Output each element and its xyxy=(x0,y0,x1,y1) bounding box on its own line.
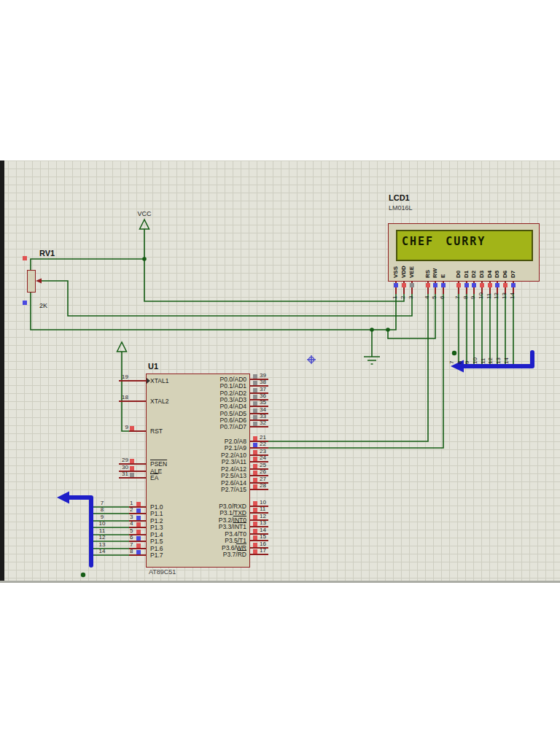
mcu-pin-number: 4 xyxy=(130,521,136,527)
mcu-pin-state xyxy=(253,501,257,506)
lcd-pin-name: D3 xyxy=(479,271,485,278)
pin-label-overline: RD xyxy=(238,551,246,558)
mcu-pin-name: P0.4/AD4 xyxy=(175,403,246,410)
mcu-pin-number: 37 xyxy=(260,387,266,392)
mcu-pin-name: P0.7/AD7 xyxy=(175,424,246,430)
mcu-pin-name: P3.3/INT1 xyxy=(175,524,246,530)
pin-label-text: P3.5/T1 xyxy=(225,537,246,544)
mcu-pin-state xyxy=(253,457,257,461)
mcu-pin-number: 33 xyxy=(260,414,266,419)
mcu-pin-number: 12 xyxy=(260,514,266,519)
mcu-pin-name: P1.3 xyxy=(150,525,163,531)
lcd-pin-state xyxy=(402,283,406,287)
pin-label-text: P3.3/ xyxy=(219,523,233,530)
mcu-pin-number: 31 xyxy=(109,471,128,477)
pin-label-text: P2.1/A9 xyxy=(225,444,246,452)
mcu-ref-label: U1 xyxy=(148,362,158,371)
lcd-pin-state xyxy=(433,283,438,287)
mcu-pin-state xyxy=(253,529,257,533)
pot-body[interactable] xyxy=(27,270,36,293)
pin-label-text: RST xyxy=(150,427,163,435)
pin-label-text: P2.5/A13 xyxy=(221,472,246,479)
lcd-ref-label: LCD1 xyxy=(389,193,410,202)
bus-arrow-icon xyxy=(57,492,69,504)
mcu-pin-state xyxy=(136,502,141,506)
wiring-overlay xyxy=(0,0,560,747)
mcu-pin-state xyxy=(253,543,257,547)
mcu-pin-state xyxy=(253,374,257,379)
pin-label-text: XTAL1 xyxy=(150,377,168,384)
wires-lcd-data[interactable] xyxy=(459,294,513,365)
mcu-pin-state xyxy=(136,522,141,527)
vcc-power-arrow-icon[interactable] xyxy=(140,220,149,229)
net-label: 9 xyxy=(95,514,109,520)
rst-power-arrow-icon[interactable] xyxy=(117,342,127,352)
lcd-pin-number: 3 xyxy=(408,296,414,299)
pin-label-text: P0.1/AD1 xyxy=(220,382,246,390)
mcu-pin-name: P3.5/T1 xyxy=(175,538,246,544)
mcu-pin-state xyxy=(136,530,141,534)
mcu-pin-stub xyxy=(250,426,268,427)
origin-marker-cross xyxy=(307,355,316,364)
lcd-pin-number: 11 xyxy=(486,293,492,299)
mcu-pin-state xyxy=(253,549,257,554)
mcu-pin-state xyxy=(253,508,257,512)
mcu-pin-number: 26 xyxy=(260,469,266,475)
mcu-pin-stub xyxy=(119,400,146,402)
mcu-pin-name: P2.1/A9 xyxy=(175,445,246,452)
mcu-pin-number: 2 xyxy=(130,507,136,513)
mcu-pin-state xyxy=(253,443,257,447)
net-label: 10 xyxy=(472,357,478,364)
mcu-pin-number: 3 xyxy=(130,514,136,520)
pot-pin-state xyxy=(23,256,27,260)
wire-p21-to-e[interactable] xyxy=(268,294,443,448)
bus-port1[interactable] xyxy=(68,498,91,565)
lcd-pin-state xyxy=(456,283,461,287)
pin-label-text: P0.4/AD4 xyxy=(220,403,246,410)
mcu-pin-state xyxy=(136,516,141,520)
pin-label-text: P2.7/A15 xyxy=(221,486,246,493)
mcu-pin-number: 8 xyxy=(130,549,136,554)
mcu-pin-stub xyxy=(129,430,146,432)
pin-label-text: P1.1 xyxy=(150,510,163,517)
mcu-pin-state xyxy=(253,471,257,475)
mcu-pin-state xyxy=(253,436,257,441)
wire-pot-top-to-vcc[interactable] xyxy=(31,259,144,270)
mcu-pin-name: P0.1/AD1 xyxy=(175,383,246,390)
lcd-pin-state xyxy=(472,283,476,287)
lcd-pin-number: 7 xyxy=(455,296,461,299)
mcu-pin-number: 30 xyxy=(109,465,128,471)
lcd-pin-number: 2 xyxy=(400,296,406,299)
net-label: 14 xyxy=(95,549,109,554)
junction-dot xyxy=(386,328,390,332)
net-label: 12 xyxy=(95,535,109,541)
lcd-pin-name: RS xyxy=(425,270,431,278)
ground-symbol-icon[interactable] xyxy=(364,357,380,364)
mcu-pin-number: 32 xyxy=(260,420,266,426)
net-label: 12 xyxy=(488,357,494,364)
mcu-pin-stub xyxy=(250,489,268,490)
lcd-pin-state xyxy=(441,283,446,287)
pin-label-text: P3.7/ xyxy=(223,551,238,558)
wire-power-to-rst[interactable] xyxy=(122,352,129,431)
mcu-pin-stub xyxy=(119,380,146,382)
mcu-pin-state xyxy=(253,381,257,385)
mcu-pin-state xyxy=(253,422,257,426)
mcu-pin-number: 19 xyxy=(109,374,128,380)
mcu-pin-number: 24 xyxy=(260,455,266,461)
wire-vcc-to-vdd[interactable] xyxy=(144,229,404,301)
junction-dot xyxy=(370,328,374,332)
pot-ref-label: RV1 xyxy=(39,249,55,258)
wire-wiper-to-vee[interactable] xyxy=(40,281,412,316)
mcu-pin-name: P3.1/TXD xyxy=(175,510,246,516)
net-label: 13 xyxy=(496,357,502,364)
wire-pot-bottom-to-vss[interactable] xyxy=(31,292,396,330)
mcu-pin-number: 5 xyxy=(130,528,136,534)
mcu-pin-number: 38 xyxy=(260,379,266,385)
net-label: 11 xyxy=(481,358,486,364)
mcu-pin-name: XTAL2 xyxy=(150,398,168,405)
lcd-pin-name: D1 xyxy=(464,271,470,278)
lcd-pin-number: 8 xyxy=(463,296,469,299)
mcu-pin-state xyxy=(253,535,257,540)
mcu-pin-name: PSEN xyxy=(150,461,167,468)
